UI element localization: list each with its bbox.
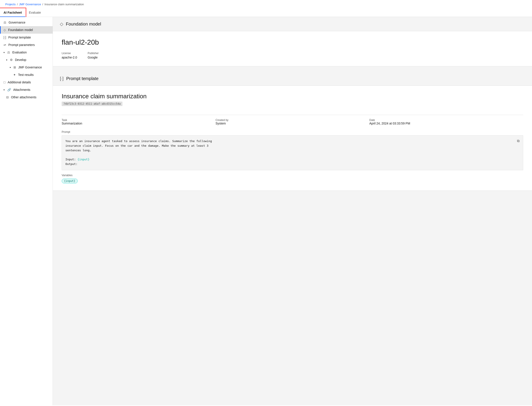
prompt-template-card: Insurance claim summarization 74bf23c3-0… bbox=[53, 86, 532, 191]
sidebar-item-attachments[interactable]: ▾ 🔗 Attachments bbox=[0, 86, 53, 94]
sidebar-item-develop[interactable]: ▾ ⚙ Develop bbox=[0, 56, 53, 64]
tab-ai-factsheet[interactable]: AI Factsheet bbox=[0, 8, 25, 17]
attachments-icon: 🔗 bbox=[7, 88, 11, 92]
prompt-title: Insurance claim summarization bbox=[62, 93, 523, 100]
prompt-line-3: sentences long. bbox=[65, 148, 519, 153]
publisher-value: Google bbox=[88, 56, 99, 59]
date-value: April 24, 2024 at 03:33:59 PM bbox=[369, 122, 523, 125]
sidebar-label-evaluation: Evaluation bbox=[12, 51, 27, 54]
sidebar-label-governance: Governance bbox=[8, 21, 25, 24]
prompt-line-4 bbox=[65, 153, 519, 157]
sidebar-label-other-attachments: Other attachments bbox=[11, 95, 36, 99]
publisher-item: Publisher Google bbox=[88, 52, 99, 59]
attachments-chevron: ▾ bbox=[4, 89, 5, 91]
foundation-model-card: flan-ul2-20b License apache-2.0 Publishe… bbox=[53, 31, 532, 66]
license-value: apache-2.0 bbox=[62, 56, 77, 59]
sidebar-item-governance[interactable]: ⚖ Governance bbox=[0, 19, 53, 26]
breadcrumb-governance[interactable]: JMF Governance bbox=[19, 3, 41, 6]
prompt-line-5: Input: {input} bbox=[65, 157, 519, 162]
section-gap-1 bbox=[53, 66, 532, 72]
prompt-input-variable: {input} bbox=[77, 158, 90, 161]
task-item: Task Summarization bbox=[62, 119, 216, 125]
prompt-text-label: Prompt bbox=[62, 130, 523, 133]
main-layout: ⚖ Governance ◇ Foundation model [·] Prom… bbox=[0, 17, 532, 405]
evaluation-chevron: ▾ bbox=[4, 51, 5, 54]
jmf-chevron: ▾ bbox=[10, 66, 11, 69]
created-by-item: Created by System bbox=[216, 119, 369, 125]
sidebar-item-test-results[interactable]: ✦ Test results bbox=[0, 71, 53, 79]
sidebar-item-foundation-model[interactable]: ◇ Foundation model bbox=[0, 26, 53, 34]
main-content: ◇ Foundation model flan-ul2-20b License … bbox=[53, 17, 532, 405]
sidebar-label-develop: Develop bbox=[15, 58, 26, 62]
additional-details-icon: □ bbox=[4, 80, 5, 84]
variables-label: Variables bbox=[62, 174, 523, 177]
card-divider bbox=[62, 115, 523, 115]
model-meta-row: License apache-2.0 Publisher Google bbox=[62, 52, 523, 59]
prompt-parameters-icon: ⇌ bbox=[4, 43, 6, 47]
sidebar-label-additional-details: Additional details bbox=[7, 80, 31, 84]
prompt-template-section-header: [·] Prompt template bbox=[53, 72, 532, 86]
created-by-value: System bbox=[216, 122, 369, 125]
breadcrumb-current: Insurance claim summarization bbox=[45, 3, 84, 6]
sidebar-item-additional-details[interactable]: □ Additional details bbox=[0, 79, 53, 86]
jmf-governance-icon: ⊞ bbox=[14, 65, 16, 69]
license-item: License apache-2.0 bbox=[62, 52, 77, 59]
variable-tag: {input} bbox=[62, 179, 78, 183]
task-label: Task bbox=[62, 119, 216, 122]
publisher-label: Publisher bbox=[88, 52, 99, 55]
tab-bar: AI Factsheet Evaluate bbox=[0, 8, 532, 17]
sidebar-label-test-results: Test results bbox=[18, 73, 34, 77]
prompt-id: 74bf23c3-0312-4511-a6af-a8cd315cc54a bbox=[62, 102, 122, 106]
sidebar-item-prompt-template[interactable]: [·] Prompt template bbox=[0, 34, 53, 41]
develop-icon: ⚙ bbox=[10, 58, 13, 62]
breadcrumb-sep2: / bbox=[42, 3, 43, 6]
sidebar-label-jmf-governance: JMF Governance bbox=[18, 65, 42, 69]
copy-button[interactable]: ⧉ bbox=[516, 138, 520, 144]
task-value: Summarization bbox=[62, 122, 216, 125]
sidebar-label-prompt-parameters: Prompt parameters bbox=[8, 43, 35, 47]
other-attachments-icon: ⊟ bbox=[6, 95, 9, 99]
license-label: License bbox=[62, 52, 77, 55]
prompt-meta-row: Task Summarization Created by System Dat… bbox=[62, 119, 523, 125]
date-item: Date April 24, 2024 at 03:33:59 PM bbox=[369, 119, 523, 125]
evaluation-icon: ⚖ bbox=[7, 51, 10, 54]
sidebar-label-attachments: Attachments bbox=[13, 88, 30, 92]
prompt-template-section-title: Prompt template bbox=[66, 76, 99, 81]
sidebar: ⚖ Governance ◇ Foundation model [·] Prom… bbox=[0, 17, 53, 405]
prompt-line-1: You are an insurance agent tasked to ass… bbox=[65, 139, 519, 144]
breadcrumb-projects[interactable]: Projects bbox=[5, 3, 16, 6]
foundation-model-section-title: Foundation model bbox=[66, 22, 101, 27]
test-results-icon: ✦ bbox=[13, 73, 16, 77]
sidebar-item-other-attachments[interactable]: ⊟ Other attachments bbox=[0, 94, 53, 101]
tab-evaluate[interactable]: Evaluate bbox=[25, 8, 44, 17]
prompt-line-2: insurance claim input. Focus on the car … bbox=[65, 144, 519, 148]
breadcrumb-sep1: / bbox=[17, 3, 18, 6]
develop-chevron: ▾ bbox=[6, 59, 7, 61]
date-label: Date bbox=[369, 119, 523, 122]
sidebar-label-foundation-model: Foundation model bbox=[8, 28, 33, 32]
prompt-template-icon: [·] bbox=[4, 36, 6, 39]
model-name: flan-ul2-20b bbox=[62, 38, 523, 46]
created-by-label: Created by bbox=[216, 119, 369, 122]
prompt-box: ⧉ You are an insurance agent tasked to a… bbox=[62, 135, 523, 170]
sidebar-item-evaluation[interactable]: ▾ ⚖ Evaluation bbox=[0, 49, 53, 56]
foundation-model-section-icon: ◇ bbox=[60, 21, 63, 27]
prompt-template-section-icon: [·] bbox=[60, 76, 64, 81]
sidebar-item-jmf-governance[interactable]: ▾ ⊞ JMF Governance bbox=[0, 64, 53, 71]
prompt-line-6: Output: bbox=[65, 162, 519, 167]
foundation-model-section-header: ◇ Foundation model bbox=[53, 17, 532, 31]
breadcrumb: Projects / JMF Governance / Insurance cl… bbox=[0, 0, 532, 8]
foundation-model-icon: ◇ bbox=[4, 28, 6, 32]
sidebar-item-prompt-parameters[interactable]: ⇌ Prompt parameters bbox=[0, 41, 53, 49]
sidebar-label-prompt-template: Prompt template bbox=[8, 36, 31, 39]
governance-icon: ⚖ bbox=[4, 21, 6, 24]
